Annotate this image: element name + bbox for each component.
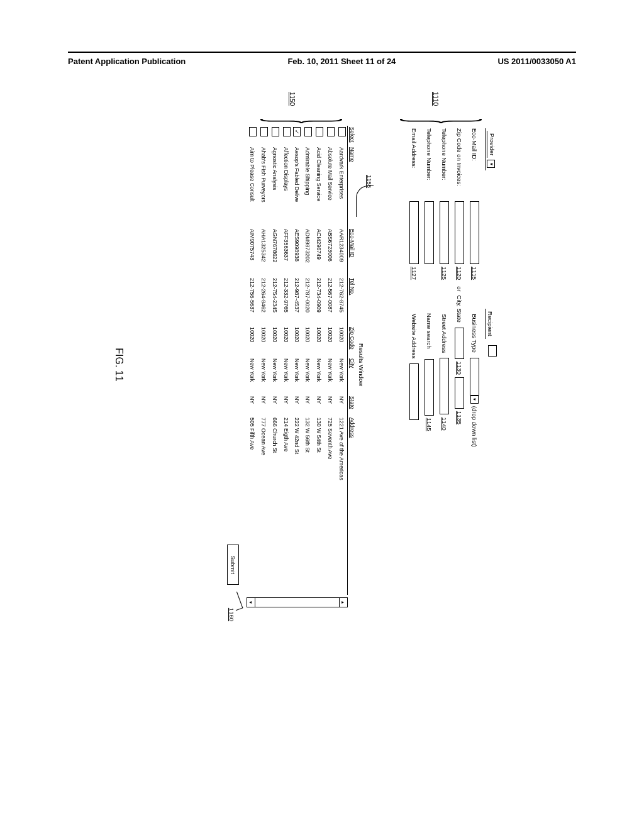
cell-eco: AGN7678622 xyxy=(269,228,280,277)
cell-eco: AFF3563637 xyxy=(280,228,292,277)
table-row: Admirable ShippingADM9873202212-787-0020… xyxy=(302,126,313,595)
cell-state: NY xyxy=(313,395,325,416)
page-header: Patent Application Publication Feb. 10, … xyxy=(68,52,576,66)
label-website-address: Website Address xyxy=(411,314,418,358)
scrollbar[interactable]: ▴ ▾ xyxy=(247,597,348,607)
email-input[interactable] xyxy=(409,201,419,264)
col-eco: Eco-Mail ID xyxy=(348,228,357,277)
cell-state: NY xyxy=(325,395,336,416)
table-row: Absolute Mail ServiceABS6723006212-567-0… xyxy=(325,126,336,595)
state-input[interactable] xyxy=(455,377,464,409)
label-zip-invoices: Zip Code on Invoices: xyxy=(456,126,463,201)
cell-name: Admirable Shipping xyxy=(302,146,313,228)
select-checkbox[interactable] xyxy=(249,127,257,136)
eco-mail-id-input[interactable] xyxy=(470,201,479,264)
ref-1135: 1135 xyxy=(456,411,463,424)
scroll-up-icon[interactable]: ▴ xyxy=(339,598,347,607)
cell-city: New York xyxy=(269,357,280,395)
ref-1145: 1145 xyxy=(426,418,433,431)
cell-tel: 212-332-9765 xyxy=(280,277,292,326)
label-city-state: City, State xyxy=(456,296,463,323)
cell-tel: 212-987-4537 xyxy=(292,277,302,326)
cell-name: Aim to Please Consult xyxy=(247,146,258,228)
cell-name: Ahab's Fish Purveyors xyxy=(258,146,269,228)
select-checkbox[interactable] xyxy=(304,127,312,136)
ref-1150: 1150 xyxy=(289,92,296,106)
cell-address: 130 W 54th St xyxy=(313,416,325,595)
cell-tel: 212-756-5637 xyxy=(247,277,258,326)
cell-city: New York xyxy=(280,357,292,395)
header-left: Patent Application Publication xyxy=(68,57,186,66)
ref-1110: 1110 xyxy=(432,92,439,106)
cell-zip: 10020 xyxy=(336,326,348,357)
cell-eco: ADM9873202 xyxy=(302,228,313,277)
scroll-down-icon[interactable]: ▾ xyxy=(247,598,255,607)
cell-state: NY xyxy=(269,395,280,416)
cell-state: NY xyxy=(292,395,302,416)
recipient-box[interactable] xyxy=(488,345,497,357)
chevron-down-icon[interactable]: ▾ xyxy=(487,160,496,168)
col-state: State xyxy=(348,395,357,416)
table-row: Aardvark EnterprisesAAR1234009212-762-87… xyxy=(336,126,348,595)
cell-address: 505 Fifth Ave xyxy=(247,416,258,595)
cell-address: 214 Eigth Ave xyxy=(280,416,292,595)
city-input[interactable] xyxy=(455,328,464,359)
submit-button[interactable]: Submit xyxy=(227,545,239,585)
cell-state: NY xyxy=(280,395,292,416)
select-checkbox[interactable] xyxy=(327,127,335,136)
select-checkbox[interactable] xyxy=(316,127,323,136)
website-input[interactable] xyxy=(409,363,419,420)
cell-state: NY xyxy=(258,395,269,416)
results-table: Select Name Eco-Mail ID Tel No. Zip Code… xyxy=(247,126,357,595)
cell-zip: 10020 xyxy=(302,326,313,357)
select-checkbox[interactable] xyxy=(260,127,268,136)
cell-eco: ACI4296749 xyxy=(313,228,325,277)
cell-name: Agnostic Analysis xyxy=(269,146,280,228)
cell-zip: 10020 xyxy=(280,326,292,357)
ref-1160: 1160 xyxy=(228,608,235,621)
or-text: or xyxy=(456,286,463,291)
label-email-address: Email Address: xyxy=(411,126,418,201)
select-checkbox[interactable] xyxy=(338,127,346,136)
tab-recipient[interactable]: Recipient xyxy=(486,309,497,357)
cell-name: Affection Displays xyxy=(280,146,292,228)
cell-address: 1221 Ave of the Americas xyxy=(336,416,348,595)
cell-zip: 10020 xyxy=(269,326,280,357)
tab-provider[interactable]: Provider ▾ xyxy=(486,128,497,170)
cell-zip: 10020 xyxy=(247,326,258,357)
cell-state: NY xyxy=(302,395,313,416)
label-name-search: Name search xyxy=(426,313,433,349)
ref-1125: 1125 xyxy=(441,267,448,280)
cell-name: Aardvark Enterprises xyxy=(336,146,348,228)
telephone-input-1[interactable] xyxy=(440,201,449,264)
cell-zip: 10020 xyxy=(313,326,325,357)
cell-address: 222 W 42nd St xyxy=(292,416,302,595)
zip-input[interactable] xyxy=(455,201,464,264)
label-street-address: Street Address xyxy=(441,314,448,353)
cell-tel: 212-787-0020 xyxy=(302,277,313,326)
select-checkbox[interactable] xyxy=(272,127,279,136)
cell-eco: AAR1234009 xyxy=(336,228,348,277)
cell-zip: 10020 xyxy=(258,326,269,357)
cell-zip: 10020 xyxy=(325,326,336,357)
select-checkbox[interactable]: ✓ xyxy=(293,127,301,136)
brace-icon: } xyxy=(389,118,501,125)
header-center: Feb. 10, 2011 Sheet 11 of 24 xyxy=(287,57,396,66)
select-checkbox[interactable] xyxy=(283,127,291,136)
cell-address: 666 Church St xyxy=(269,416,280,595)
col-zip: Zip Code xyxy=(348,326,357,357)
cell-city: New York xyxy=(325,357,336,395)
business-type-input[interactable] xyxy=(470,358,479,396)
label-business-type: Business Type xyxy=(471,314,478,353)
brace-icon: } xyxy=(249,118,362,125)
ref-1130: 1130 xyxy=(456,362,463,375)
name-search-input[interactable] xyxy=(425,359,434,416)
table-row: Ahab's Fish PurveyorsAHA1325342212-264-8… xyxy=(258,126,269,595)
cell-eco: AIM9075743 xyxy=(247,228,258,277)
street-address-input[interactable] xyxy=(440,358,449,414)
label-telephone-2: Telephone Number: xyxy=(426,126,433,201)
results-panel: } 1150 1155 Results Window Select Name E… xyxy=(227,126,365,604)
lead-line xyxy=(356,185,374,217)
telephone-input-2[interactable] xyxy=(425,201,434,264)
chevron-down-icon[interactable]: ▾ xyxy=(470,396,479,404)
